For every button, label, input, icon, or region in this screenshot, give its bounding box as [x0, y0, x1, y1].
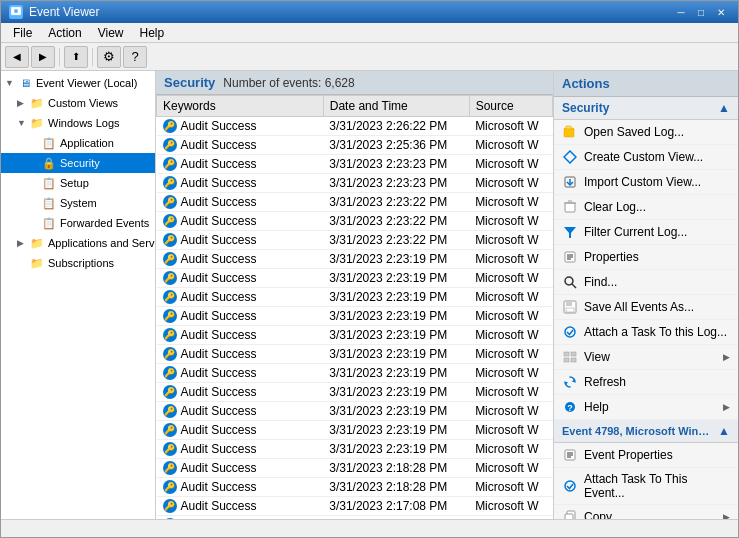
table-row[interactable]: Audit Success3/31/2023 2:26:22 PMMicroso…: [157, 117, 553, 136]
expand-icon-appsvc: ▶: [17, 238, 29, 248]
tree-item-setup[interactable]: 📋 Setup: [1, 173, 155, 193]
tree-item-application[interactable]: 📋 Application: [1, 133, 155, 153]
table-row[interactable]: Audit Success3/31/2023 2:23:22 PMMicroso…: [157, 212, 553, 231]
svg-point-20: [565, 327, 575, 337]
action-clear-log[interactable]: Clear Log...: [554, 195, 738, 220]
source-cell: Microsoft W: [469, 269, 552, 288]
action-copy[interactable]: Copy ▶: [554, 505, 738, 519]
action-help-security[interactable]: ? Help ▶: [554, 395, 738, 420]
minimize-button[interactable]: ─: [672, 4, 690, 20]
event4798-section-label: Event 4798, Microsoft Windows security..…: [562, 425, 712, 437]
svg-rect-7: [565, 203, 575, 212]
source-cell: Microsoft W: [469, 440, 552, 459]
datetime-cell: 3/31/2023 2:23:19 PM: [323, 383, 469, 402]
table-row[interactable]: Audit Success3/31/2023 2:23:23 PMMicroso…: [157, 174, 553, 193]
col-source[interactable]: Source: [469, 96, 552, 117]
properties-icon: [562, 249, 578, 265]
table-row[interactable]: Audit Success3/31/2023 2:23:19 PMMicroso…: [157, 383, 553, 402]
table-row[interactable]: Audit Success3/31/2023 2:23:19 PMMicroso…: [157, 364, 553, 383]
action-label-copy: Copy: [584, 510, 717, 519]
source-cell: Microsoft W: [469, 117, 552, 136]
table-row[interactable]: Audit Success3/31/2023 2:18:28 PMMicroso…: [157, 478, 553, 497]
table-row[interactable]: Audit Success3/31/2023 2:18:28 PMMicroso…: [157, 459, 553, 478]
action-find[interactable]: Find...: [554, 270, 738, 295]
keyword-cell: Audit Success: [157, 440, 324, 459]
app-icon: [9, 5, 23, 19]
events-table: Keywords Date and Time Source Audit Succ…: [156, 95, 553, 519]
action-label-import-custom-view: Import Custom View...: [584, 175, 730, 189]
table-row[interactable]: Audit Success3/31/2023 2:23:19 PMMicroso…: [157, 402, 553, 421]
table-row[interactable]: Audit Success3/31/2023 2:23:23 PMMicroso…: [157, 155, 553, 174]
table-row[interactable]: Audit Success3/31/2023 2:23:19 PMMicroso…: [157, 326, 553, 345]
action-refresh-security[interactable]: Refresh: [554, 370, 738, 395]
table-row[interactable]: Audit Success3/31/2023 2:23:19 PMMicroso…: [157, 345, 553, 364]
table-row[interactable]: Audit Success3/31/2023 2:23:19 PMMicroso…: [157, 440, 553, 459]
action-properties[interactable]: Properties: [554, 245, 738, 270]
svg-point-31: [565, 481, 575, 491]
keyword-cell: Audit Success: [157, 497, 324, 516]
keyword-cell: Audit Success: [157, 516, 324, 520]
menu-file[interactable]: File: [5, 24, 40, 42]
menu-help[interactable]: Help: [132, 24, 173, 42]
action-attach-task[interactable]: Attach a Task To this Log...: [554, 320, 738, 345]
forward-button[interactable]: ▶: [31, 46, 55, 68]
source-cell: Microsoft W: [469, 459, 552, 478]
action-import-custom-view[interactable]: Import Custom View...: [554, 170, 738, 195]
tree-item-subs[interactable]: 📁 Subscriptions: [1, 253, 155, 273]
collapse-icon-security[interactable]: ▲: [718, 101, 730, 115]
table-row[interactable]: Audit Success3/31/2023 2:23:19 PMMicroso…: [157, 421, 553, 440]
menu-view[interactable]: View: [90, 24, 132, 42]
action-label-attach-task-event: Attach Task To This Event...: [584, 472, 730, 500]
properties-button[interactable]: ⚙: [97, 46, 121, 68]
up-button[interactable]: ⬆: [64, 46, 88, 68]
action-label-create-custom-view: Create Custom View...: [584, 150, 730, 164]
table-row[interactable]: Audit Success3/31/2023 2:23:19 PMMicroso…: [157, 250, 553, 269]
table-row[interactable]: Audit Success3/31/2023 2:25:36 PMMicroso…: [157, 136, 553, 155]
datetime-cell: 3/31/2023 2:23:22 PM: [323, 193, 469, 212]
tree-item-custom[interactable]: ▶ 📁 Custom Views: [1, 93, 155, 113]
tree-item-winlogs[interactable]: ▼ 📁 Windows Logs: [1, 113, 155, 133]
back-button[interactable]: ◀: [5, 46, 29, 68]
events-tbody: Audit Success3/31/2023 2:26:22 PMMicroso…: [157, 117, 553, 520]
table-row[interactable]: Audit Success3/31/2023 2:23:22 PMMicroso…: [157, 193, 553, 212]
maximize-button[interactable]: □: [692, 4, 710, 20]
tree-item-security[interactable]: 🔒 Security: [1, 153, 155, 173]
action-attach-task-event[interactable]: Attach Task To This Event...: [554, 468, 738, 505]
close-button[interactable]: ✕: [712, 4, 730, 20]
action-create-custom-view[interactable]: Create Custom View...: [554, 145, 738, 170]
tree-label-custom: Custom Views: [48, 97, 118, 109]
action-event-properties[interactable]: Event Properties: [554, 443, 738, 468]
datetime-cell: 3/31/2023 2:17:08 PM: [323, 497, 469, 516]
refresh-security-icon: [562, 374, 578, 390]
collapse-icon-event4798[interactable]: ▲: [718, 424, 730, 438]
keyword-cell: Audit Success: [157, 364, 324, 383]
help-button[interactable]: ?: [123, 46, 147, 68]
tree-item-local[interactable]: ▼ 🖥 Event Viewer (Local): [1, 73, 155, 93]
tree-item-forwarded[interactable]: 📋 Forwarded Events: [1, 213, 155, 233]
action-label-open-saved-log: Open Saved Log...: [584, 125, 730, 139]
action-open-saved-log[interactable]: Open Saved Log...: [554, 120, 738, 145]
svg-rect-24: [571, 358, 576, 362]
table-row[interactable]: Audit Success3/31/2023 2:23:19 PMMicroso…: [157, 307, 553, 326]
source-cell: Microsoft W: [469, 307, 552, 326]
action-section-security: Security ▲: [554, 97, 738, 120]
table-row[interactable]: Audit Success3/31/2023 2:23:19 PMMicroso…: [157, 288, 553, 307]
table-row[interactable]: Audit Success3/31/2023 2:17:08 PMMicroso…: [157, 497, 553, 516]
action-filter-current-log[interactable]: Filter Current Log...: [554, 220, 738, 245]
tree-item-appsvc[interactable]: ▶ 📁 Applications and Services Lo...: [1, 233, 155, 253]
menu-action[interactable]: Action: [40, 24, 89, 42]
action-view[interactable]: View ▶: [554, 345, 738, 370]
col-datetime[interactable]: Date and Time: [323, 96, 469, 117]
table-row[interactable]: Audit Success3/31/2023 2:17:08 PMMicroso…: [157, 516, 553, 520]
svg-marker-10: [564, 227, 576, 238]
create-custom-view-icon: [562, 149, 578, 165]
log-icon-forwarded: 📋: [41, 215, 57, 231]
action-save-all-events[interactable]: Save All Events As...: [554, 295, 738, 320]
tree-item-system[interactable]: 📋 System: [1, 193, 155, 213]
table-row[interactable]: Audit Success3/31/2023 2:23:22 PMMicroso…: [157, 231, 553, 250]
folder-icon-winlogs: 📁: [29, 115, 45, 131]
audit-success-icon: [163, 461, 177, 475]
svg-marker-4: [564, 151, 576, 163]
table-row[interactable]: Audit Success3/31/2023 2:23:19 PMMicroso…: [157, 269, 553, 288]
col-keywords[interactable]: Keywords: [157, 96, 324, 117]
